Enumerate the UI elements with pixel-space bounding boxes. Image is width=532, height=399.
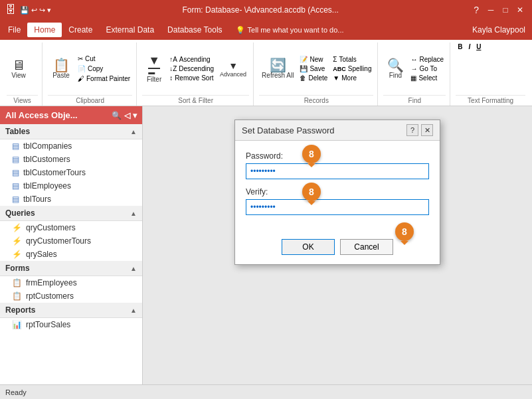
sidebar-item-tblcompanies[interactable]: ▤ tblCompanies <box>0 139 142 153</box>
underline-button[interactable]: U <box>474 42 483 51</box>
filter-icon: ▼▬ <box>148 54 160 76</box>
queries-label: Queries <box>5 208 35 218</box>
undo-qa[interactable]: ↩ <box>31 6 37 15</box>
sidebar-title: All Access Obje... <box>5 110 78 120</box>
dialog-close-button[interactable]: ✕ <box>421 124 433 136</box>
menu-external-data[interactable]: External Data <box>99 23 161 37</box>
ribbon: 🖥 View Views 📋 Paste ✂ Cut <box>0 40 532 106</box>
main-layout: All Access Obje... 🔍 ◁ ▾ Tables ▲ ▤ tblC… <box>0 106 532 384</box>
sidebar-item-qrycustomers[interactable]: ⚡ qryCustomers <box>0 221 142 234</box>
menu-file[interactable]: File <box>1 23 27 37</box>
sidebar-menu-icon[interactable]: ▾ <box>133 111 137 120</box>
format-painter-button[interactable]: 🖌 Format Painter <box>76 74 132 83</box>
sidebar-collapse-icon[interactable]: ◁ <box>124 111 130 120</box>
remove-sort-button[interactable]: ↕ Remove Sort <box>167 74 216 82</box>
sidebar-item-rpttoursales[interactable]: 📊 rptTourSales <box>0 318 142 331</box>
sidebar-item-frmemployees[interactable]: 📋 frmEmployees <box>0 276 142 289</box>
more-records-button[interactable]: ▼ More <box>331 74 373 82</box>
view-button[interactable]: 🖥 View <box>7 56 31 82</box>
spelling-button[interactable]: ABC Spelling <box>331 64 373 73</box>
save-record-button[interactable]: 💾 Save <box>298 64 329 73</box>
verify-label: Verify: <box>246 187 429 197</box>
tell-me-box[interactable]: 💡 Tell me what you want to do... <box>236 26 344 35</box>
find-items: 🔍 Find ↔ Replace → Go To ▦ Select <box>383 42 446 95</box>
bold-button[interactable]: B <box>456 42 464 51</box>
sidebar-category-tables[interactable]: Tables ▲ <box>0 124 142 139</box>
view-icon: 🖥 <box>12 58 25 72</box>
clipboard-small-buttons: ✂ Cut 📄 Copy 🖌 Format Painter <box>76 54 132 83</box>
reports-label: Reports <box>5 305 35 315</box>
table-icon-5: ▤ <box>12 195 19 204</box>
menu-home[interactable]: Home <box>27 23 62 37</box>
advanced-filter-button[interactable]: ▼ Advanced <box>217 58 249 80</box>
dialog-titlebar: Set Database Password ? ✕ <box>235 120 440 141</box>
totals-button[interactable]: Σ Totals <box>331 55 373 64</box>
find-label: Find <box>389 72 402 79</box>
sidebar-header: All Access Obje... 🔍 ◁ ▾ <box>0 106 142 124</box>
find-small-buttons: ↔ Replace → Go To ▦ Select <box>408 55 446 82</box>
paste-button[interactable]: 📋 Paste <box>48 56 74 82</box>
sidebar-category-queries[interactable]: Queries ▲ <box>0 206 142 221</box>
sort-filter-items: ▼▬ Filter ↑A Ascending ↓Z Descending ↕ R… <box>142 42 249 95</box>
password-label: Password: <box>246 151 429 161</box>
ascending-button[interactable]: ↑A Ascending <box>167 55 216 64</box>
advanced-icon: ▼ <box>228 60 238 71</box>
close-button[interactable]: ✕ <box>513 3 527 17</box>
callout-ok: 8 <box>395 222 414 241</box>
filter-button[interactable]: ▼▬ Filter <box>142 52 166 86</box>
save-qa[interactable]: 💾 <box>20 6 29 15</box>
cut-button[interactable]: ✂ Cut <box>76 54 132 63</box>
menu-database-tools[interactable]: Database Tools <box>161 23 229 37</box>
sidebar-item-qrycustomertours[interactable]: ⚡ qryCustomerTours <box>0 234 142 248</box>
records-items: 🔄 Refresh All 📝 New 💾 Save 🗑 Delete <box>259 42 373 95</box>
sidebar-item-qrysales[interactable]: ⚡ qrySales <box>0 248 142 261</box>
dialog-overlay: Set Database Password ? ✕ Password: Veri… <box>143 106 532 384</box>
text-formatting-items: B I U <box>456 42 525 95</box>
records-extra-buttons: Σ Totals ABC Spelling ▼ More <box>331 55 373 82</box>
paste-icon: 📋 <box>53 58 70 72</box>
sidebar-item-tblcustomers[interactable]: ▤ tblCustomers <box>0 153 142 166</box>
app-icon: 🗄 <box>5 4 16 16</box>
replace-button[interactable]: ↔ Replace <box>408 55 446 64</box>
dialog-help-button[interactable]: ? <box>406 124 418 136</box>
sidebar-search-icon[interactable]: 🔍 <box>112 111 122 120</box>
query-icon-1: ⚡ <box>12 223 22 232</box>
copy-button[interactable]: 📄 Copy <box>76 64 132 73</box>
lightbulb-icon: 💡 <box>236 26 245 35</box>
sidebar-item-tblcustomertours[interactable]: ▤ tblCustomerTours <box>0 166 142 179</box>
italic-button[interactable]: I <box>466 42 472 51</box>
sidebar-category-forms[interactable]: Forms ▲ <box>0 261 142 276</box>
redo-qa[interactable]: ↪ <box>39 6 45 15</box>
remove-sort-icon: ↕ <box>169 74 173 82</box>
format-painter-icon: 🖌 <box>78 75 84 82</box>
password-input[interactable] <box>246 163 429 179</box>
text-format-row1: B I U <box>456 42 483 51</box>
help-button[interactable]: ? <box>470 5 483 15</box>
maximize-button[interactable]: □ <box>499 3 512 17</box>
reports-chevron: ▲ <box>130 307 137 314</box>
sidebar-category-reports[interactable]: Reports ▲ <box>0 303 142 318</box>
title-bar: 🗄 💾 ↩ ↪ ▾ Form: Database- \Advanced.accd… <box>0 0 532 20</box>
sort-filter-label: Sort & Filter <box>142 95 249 106</box>
ok-button[interactable]: OK <box>282 239 335 255</box>
verify-input[interactable] <box>246 199 429 215</box>
sidebar-item-rptcustomers[interactable]: 📋 rptCustomers <box>0 289 142 303</box>
sidebar-item-tblemployees[interactable]: ▤ tblEmployees <box>0 179 142 193</box>
filter-label: Filter <box>147 76 161 83</box>
cancel-button[interactable]: Cancel <box>340 239 393 255</box>
goto-button[interactable]: → Go To <box>408 64 446 73</box>
views-items: 🖥 View <box>7 42 38 95</box>
new-record-button[interactable]: 📝 New <box>298 55 329 64</box>
delete-button[interactable]: 🗑 Delete <box>298 74 329 82</box>
minimize-button[interactable]: ─ <box>484 3 497 17</box>
ribbon-group-text-formatting: B I U Text Formatting <box>452 42 529 106</box>
views-label: Views <box>7 95 38 106</box>
select-button[interactable]: ▦ Select <box>408 74 446 82</box>
refresh-all-button[interactable]: 🔄 Refresh All <box>259 56 296 82</box>
sidebar-item-tbltours[interactable]: ▤ tblTours <box>0 193 142 206</box>
find-button[interactable]: 🔍 Find <box>383 56 407 82</box>
descending-button[interactable]: ↓Z Descending <box>167 64 216 73</box>
menu-create[interactable]: Create <box>62 23 99 37</box>
new-icon: 📝 <box>300 56 308 63</box>
sidebar-header-icons: 🔍 ◁ ▾ <box>112 111 137 120</box>
